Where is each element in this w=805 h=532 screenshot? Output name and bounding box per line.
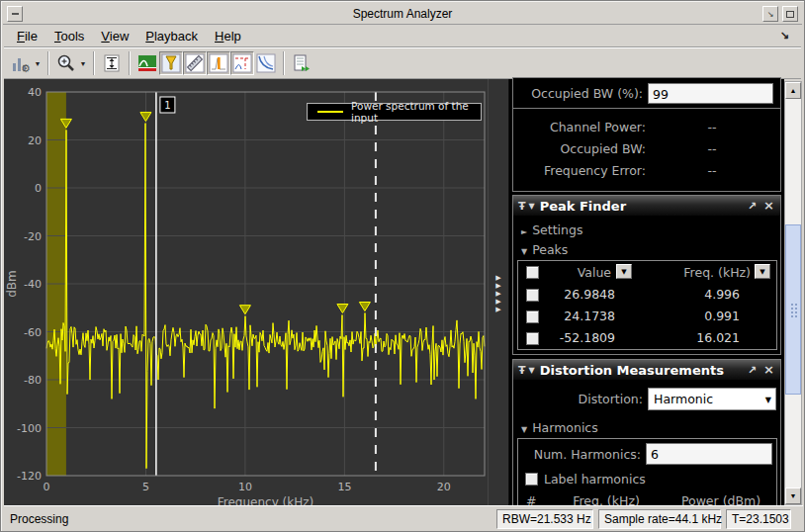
legend-label: Power spectrum of the input — [351, 100, 481, 124]
content-area: 10510152040200-20-40-60-80-100-120Freque… — [4, 79, 801, 505]
scroll-down-button[interactable]: ▼ — [785, 488, 801, 504]
menu-view[interactable]: View — [101, 29, 129, 44]
spectrum-trace-canvas[interactable]: 10510152040200-20-40-60-80-100-120Freque… — [4, 79, 488, 505]
svg-text:-100: -100 — [17, 422, 42, 435]
menubar-dock-icon[interactable]: ↘ — [780, 29, 789, 42]
expand-arrow-icon: ▶ — [489, 282, 508, 290]
peaks-table: Value ▼ Freq. (kHz) ▼ 26.9848 4.996 24.1… — [517, 260, 777, 350]
spectral-mask-button[interactable] — [230, 51, 254, 75]
expand-arrow-icon: ▶ — [489, 306, 508, 313]
export-button[interactable] — [290, 51, 313, 75]
svg-text:0: 0 — [44, 481, 50, 493]
collapse-icon[interactable]: ▼ — [529, 366, 535, 375]
peak-freq: 0.991 — [663, 309, 740, 323]
ccdf-button[interactable] — [254, 51, 278, 75]
peak-finder-panel: Ŧ ▼ Peak Finder ↗ × ►Settings ▼Peaks Val… — [512, 195, 781, 355]
dock-arrow-icon: ↘ — [767, 10, 774, 19]
svg-text:40: 40 — [28, 86, 42, 99]
measure-button[interactable] — [183, 51, 207, 75]
channel-power-label: Channel Power: — [513, 120, 646, 134]
zoom-button[interactable] — [54, 51, 78, 75]
svg-text:-40: -40 — [24, 278, 42, 291]
svg-text:15: 15 — [337, 481, 351, 493]
menu-file[interactable]: File — [17, 29, 38, 44]
scrollbar-thumb[interactable] — [785, 224, 801, 395]
undock-icon[interactable]: ↗ — [748, 200, 757, 213]
close-icon[interactable]: × — [763, 200, 774, 212]
distortion-type-select[interactable]: Harmonic ▼ — [648, 388, 776, 410]
svg-text:10: 10 — [238, 481, 252, 493]
label-harmonics-label: Label harmonics — [544, 472, 646, 487]
svg-text:dBm: dBm — [5, 270, 19, 298]
titlebar: Spectrum Analyzer ↘ — [3, 3, 802, 25]
window-dock-button[interactable]: ↘ — [762, 6, 778, 22]
zoom-dropdown-arrow[interactable]: ▼ — [78, 60, 88, 67]
expanded-arrow-icon: ▼ — [521, 425, 527, 434]
scroll-up-button[interactable]: ▲ — [785, 82, 801, 99]
measurement-sidebar: Occupied BW (%): Channel Power: -- Occup… — [509, 79, 784, 505]
configuration-icon: ⚙ — [11, 53, 31, 73]
undock-icon[interactable]: ↗ — [748, 364, 757, 377]
svg-text:20: 20 — [28, 134, 42, 147]
menu-help[interactable]: Help — [215, 29, 241, 44]
configuration-button[interactable]: ⚙ — [9, 51, 33, 75]
svg-text:-80: -80 — [24, 374, 42, 387]
expand-arrow-icon: ▶ — [489, 274, 508, 282]
svg-text:-20: -20 — [24, 230, 42, 243]
sidebar-scrollbar[interactable]: ▲ ▼ — [784, 81, 802, 505]
occupied-bw-pct-input[interactable] — [648, 83, 773, 104]
collapsed-arrow-icon: ► — [521, 227, 527, 236]
spectrum-plot[interactable]: 10510152040200-20-40-60-80-100-120Freque… — [4, 79, 488, 505]
window-maximize-button[interactable] — [782, 6, 798, 22]
channel-power-value: -- — [697, 120, 727, 134]
svg-text:-60: -60 — [24, 326, 42, 339]
peak-finder-title: Peak Finder — [540, 199, 626, 214]
splitter-expand-arrows[interactable]: ▶ ▶ ▶ ▶ ▶ — [489, 274, 508, 313]
chevron-down-icon: ▼ — [765, 396, 771, 404]
export-script-icon — [292, 53, 312, 73]
freq-sort-dropdown[interactable]: ▼ — [755, 264, 770, 279]
num-harmonics-input[interactable] — [646, 443, 772, 465]
svg-text:5: 5 — [142, 481, 149, 493]
label-harmonics-checkbox[interactable] — [525, 473, 538, 486]
spectrum-icon — [137, 53, 157, 73]
peak-finder-icon — [161, 53, 181, 73]
distortion-button[interactable] — [207, 51, 230, 75]
peaks-section-toggle[interactable]: ▼Peaks — [521, 242, 568, 257]
settings-section-toggle[interactable]: ►Settings — [521, 222, 582, 237]
num-harmonics-label: Num. Harmonics: — [518, 447, 641, 462]
peak-value: -52.1809 — [534, 330, 615, 345]
status-time: T=23.1503 — [726, 509, 791, 529]
value-column-header: Value — [532, 265, 611, 280]
pin-icon[interactable]: Ŧ — [518, 364, 526, 377]
ccdf-icon — [256, 53, 276, 73]
harmonics-box: Num. Harmonics: Label harmonics # Freq. … — [517, 438, 777, 506]
peak-value: 24.1738 — [534, 309, 615, 323]
expanded-arrow-icon: ▼ — [521, 247, 527, 256]
pin-icon[interactable]: Ŧ — [518, 200, 526, 213]
distortion-title: Distortion Measurements — [540, 363, 724, 378]
configuration-dropdown-arrow[interactable]: ▼ — [33, 60, 43, 67]
statusbar: Processing RBW=21.533 Hz Sample rate=44.… — [4, 505, 803, 531]
collapse-icon[interactable]: ▼ — [529, 202, 535, 211]
distortion-header[interactable]: Ŧ ▼ Distortion Measurements ↗ × — [513, 360, 780, 380]
peak-freq: 4.996 — [663, 287, 740, 302]
spectral-mask-icon — [232, 53, 252, 73]
plot-legend: Power spectrum of the input — [307, 103, 482, 121]
value-sort-dropdown[interactable]: ▼ — [616, 264, 632, 279]
menu-tools[interactable]: Tools — [54, 29, 84, 44]
ruler-icon — [185, 53, 205, 73]
status-sample-rate: Sample rate=44.1 kHz — [598, 509, 721, 529]
expand-arrow-icon: ▶ — [489, 298, 508, 306]
maximize-icon — [786, 11, 794, 18]
spectrum-settings-button[interactable] — [135, 51, 159, 75]
window-menu-button[interactable] — [7, 6, 23, 22]
panel-splitter[interactable]: ▶ ▶ ▶ ▶ ▶ — [488, 79, 509, 505]
peak-finder-button[interactable] — [159, 51, 183, 75]
span-button[interactable] — [100, 51, 124, 75]
peak-finder-header[interactable]: Ŧ ▼ Peak Finder ↗ × — [513, 196, 780, 216]
harmonics-section-toggle[interactable]: ▼Harmonics — [521, 420, 598, 435]
menu-playback[interactable]: Playback — [145, 29, 198, 44]
close-icon[interactable]: × — [763, 364, 774, 376]
svg-text:0: 0 — [35, 182, 42, 195]
